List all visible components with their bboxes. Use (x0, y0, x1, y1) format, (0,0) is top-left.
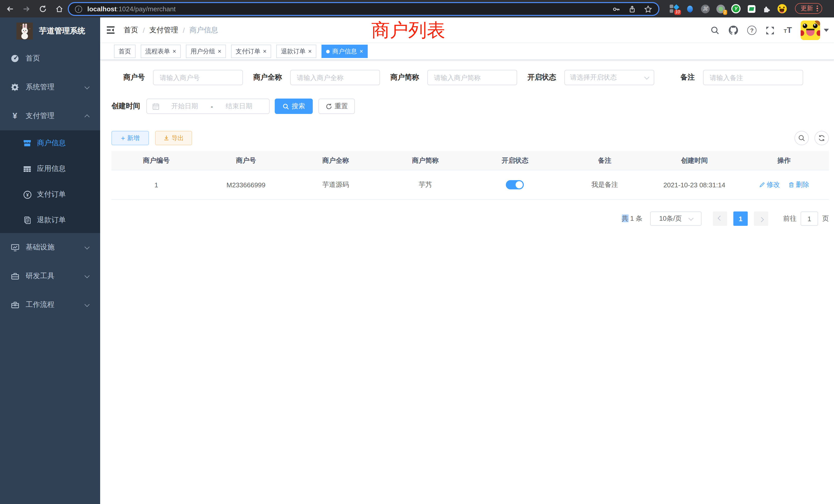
close-icon[interactable]: × (263, 48, 266, 55)
sidebar-collapse-icon[interactable] (106, 26, 115, 35)
tab-user-group[interactable]: 用户分组× (186, 45, 226, 58)
extension-balloon-icon[interactable] (685, 4, 694, 13)
remark-input[interactable] (703, 70, 803, 85)
address-bar[interactable]: i localhost:1024/pay/merchant (68, 2, 659, 16)
browser-menu-dots-icon[interactable] (816, 6, 818, 12)
site-info-icon[interactable]: i (75, 5, 82, 13)
browser-forward-button[interactable] (20, 2, 33, 16)
page-unit-label: 页 (822, 214, 829, 223)
sidebar-item-label: 研发工具 (26, 272, 54, 281)
merchant-no-input[interactable] (153, 70, 243, 85)
user-avatar[interactable] (800, 21, 820, 40)
chevron-down-icon (85, 84, 90, 89)
start-date-placeholder: 开始日期 (160, 101, 210, 111)
cell-merchant-no: M233666999 (201, 181, 291, 189)
help-icon[interactable]: ? (747, 26, 756, 35)
filter-label-full-name: 商户全称 (253, 73, 282, 82)
next-page-button[interactable] (754, 211, 768, 226)
yen-icon: ¥ (10, 111, 20, 121)
sidebar-menu: 首页 系统管理 ¥ 支付管理 商户信息 (0, 44, 100, 319)
browser-home-button[interactable] (52, 2, 66, 16)
filter-label-short-name: 商户简称 (390, 73, 419, 82)
tab-process-form[interactable]: 流程表单× (141, 45, 181, 58)
sidebar-item-dev-tools[interactable]: 研发工具 (0, 262, 100, 291)
show-search-toggle-button[interactable] (794, 131, 809, 145)
sidebar-item-system[interactable]: 系统管理 (0, 73, 100, 101)
sidebar-item-label: 商户信息 (37, 139, 66, 148)
extension-puzzle-icon[interactable] (762, 4, 771, 13)
close-icon[interactable]: × (359, 48, 363, 55)
sidebar-item-workflow[interactable]: 工作流程 (0, 291, 100, 319)
sidebar-item-payment[interactable]: ¥ 支付管理 (0, 101, 100, 130)
extension-smiley-icon[interactable] (777, 4, 787, 13)
full-name-input[interactable] (290, 70, 380, 85)
breadcrumb-payment[interactable]: 支付管理 (150, 25, 178, 35)
user-menu[interactable] (800, 21, 829, 40)
password-key-icon[interactable] (612, 5, 620, 13)
export-button[interactable]: 导出 (155, 131, 192, 145)
fullscreen-icon[interactable] (765, 25, 775, 35)
col-header-remark: 备注 (560, 156, 650, 165)
short-name-input[interactable] (427, 70, 517, 85)
breadcrumb-home[interactable]: 首页 (124, 25, 138, 35)
share-icon[interactable] (628, 5, 636, 13)
status-toggle[interactable] (506, 180, 524, 189)
edit-link[interactable]: 修改 (759, 180, 780, 189)
github-icon[interactable] (728, 25, 739, 36)
sidebar-item-infrastructure[interactable]: 基础设施 (0, 233, 100, 262)
browser-back-button[interactable] (3, 2, 17, 16)
browser-reload-button[interactable] (36, 2, 49, 16)
close-icon[interactable]: × (173, 48, 176, 55)
close-icon[interactable]: × (218, 48, 221, 55)
extension-badge: 1 (723, 10, 727, 15)
prev-page-button[interactable] (713, 211, 727, 226)
update-label: 更新 (800, 4, 813, 13)
svg-text:¥: ¥ (26, 192, 28, 197)
monitor-icon (10, 243, 20, 252)
font-size-icon[interactable]: TT (784, 26, 792, 35)
sidebar-item-merchant-info[interactable]: 商户信息 (0, 130, 100, 156)
add-button[interactable]: + 新增 (111, 131, 149, 145)
end-date-placeholder: 结束日期 (214, 101, 264, 111)
delete-link[interactable]: 删除 (788, 180, 809, 189)
sidebar-item-refund-order[interactable]: 退款订单 (0, 207, 100, 233)
table-toolbar (794, 131, 829, 145)
tab-merchant-info[interactable]: 商户信息× (322, 45, 368, 58)
page-1-button[interactable]: 1 (733, 211, 748, 226)
chevron-down-icon (644, 74, 650, 79)
gear-icon (10, 83, 20, 91)
sidebar-item-label: 支付管理 (26, 111, 54, 121)
search-icon (282, 103, 289, 110)
sidebar-item-label: 工作流程 (26, 300, 54, 310)
tab-refund-order[interactable]: 退款订单× (276, 45, 316, 58)
extension-command-icon[interactable]: ⌘ (701, 4, 710, 13)
browser-update-menu-button[interactable]: 更新 (795, 3, 822, 14)
close-icon[interactable]: × (308, 48, 312, 55)
search-button[interactable]: 搜索 (275, 98, 313, 114)
reset-button[interactable]: 重置 (319, 98, 355, 114)
refresh-table-button[interactable] (814, 131, 829, 145)
create-time-range-input[interactable]: 开始日期 - 结束日期 (146, 98, 270, 114)
bookmark-star-icon[interactable] (644, 5, 652, 13)
search-icon[interactable] (710, 26, 720, 35)
page-size-select[interactable]: 10条/页 (650, 211, 702, 226)
extension-dice-icon[interactable]: 10 (670, 4, 679, 13)
app-logo[interactable]: 芋道管理系统 (0, 18, 100, 44)
goto-page-input[interactable] (800, 211, 818, 226)
extension-y-icon[interactable]: Y (731, 4, 741, 13)
tab-pay-order[interactable]: 支付订单× (231, 45, 271, 58)
pagination-total: 共 1 条 (622, 214, 642, 223)
extension-recorder-icon[interactable]: 1 (716, 4, 725, 13)
cell-create-time: 2021-10-23 08:31:14 (650, 181, 739, 189)
browser-toolbar: i localhost:1024/pay/merchant 10 ⌘ 1 Y (0, 0, 834, 18)
sidebar-item-home[interactable]: 首页 (0, 44, 100, 73)
extension-doc-icon[interactable] (747, 4, 756, 13)
tab-home[interactable]: 首页 (114, 45, 136, 58)
sidebar-item-pay-order[interactable]: ¥ 支付订单 (0, 182, 100, 207)
sidebar-item-app-info[interactable]: 应用信息 (0, 156, 100, 182)
grid-icon (23, 165, 32, 173)
status-select[interactable]: 请选择开启状态 (564, 70, 654, 85)
filter-label-merchant-no: 商户号 (114, 73, 145, 82)
briefcase-icon (10, 300, 20, 309)
filter-row-1: 商户号 商户全称 商户简称 开启状态 请选择开启状态 备注 (100, 70, 834, 85)
